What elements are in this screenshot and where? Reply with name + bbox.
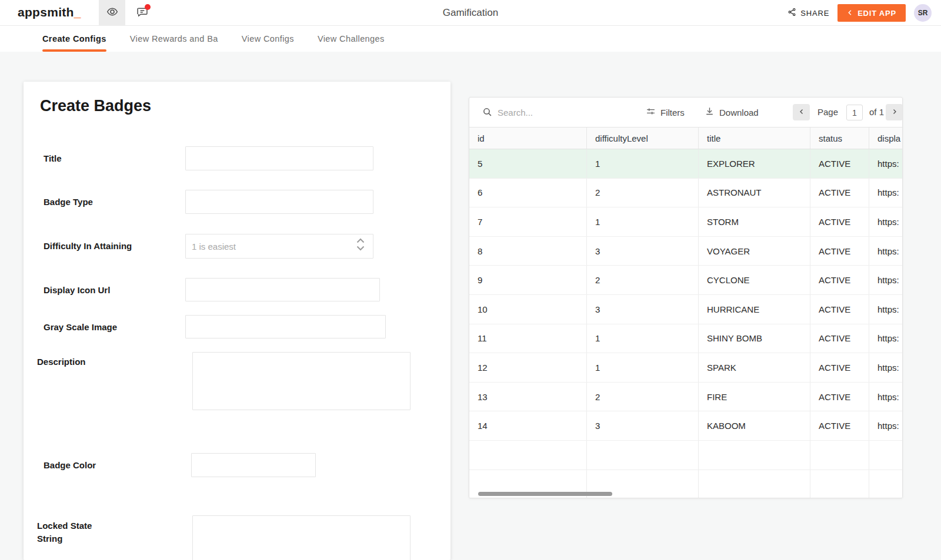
title-label: Title	[44, 146, 62, 170]
cell-display: https:	[869, 179, 903, 207]
page-total-label: of 1	[869, 98, 884, 127]
download-icon	[705, 106, 715, 118]
display-icon-url-label: Display Icon Url	[44, 278, 110, 302]
cell-difficultyLevel: 1	[587, 149, 699, 178]
search-input[interactable]	[498, 105, 609, 119]
table-row[interactable]: 12 1 SPARK ACTIVE https:	[469, 353, 903, 383]
difficulty-input[interactable]	[185, 234, 373, 259]
user-avatar[interactable]: SR	[914, 4, 932, 22]
locked-state-string-textarea[interactable]	[192, 515, 411, 560]
cell-status	[810, 441, 869, 470]
filters-button[interactable]: Filters	[646, 98, 685, 127]
create-badges-form: Create Badges Title Badge Type Difficult…	[24, 82, 451, 560]
cell-difficultyLevel	[587, 441, 699, 470]
badge-type-input[interactable]	[185, 190, 373, 214]
cell-difficultyLevel: 1	[587, 353, 699, 382]
cell-display: https:	[869, 411, 903, 440]
form-title: Create Badges	[40, 97, 151, 115]
cell-id: 9	[469, 266, 587, 294]
table-row[interactable]: 10 3 HURRICANE ACTIVE https:	[469, 295, 903, 324]
cell-status: ACTIVE	[810, 411, 869, 440]
cell-id: 5	[469, 149, 587, 178]
previous-page-button[interactable]	[793, 104, 810, 120]
cell-difficultyLevel: 3	[587, 237, 699, 266]
chevron-right-icon	[891, 108, 898, 117]
tab-view-rewards[interactable]: View Rewards and Ba	[130, 26, 218, 52]
cell-display: https:	[869, 383, 903, 411]
column-header-title[interactable]: title	[699, 128, 810, 149]
description-label: Description	[37, 357, 86, 367]
cell-display: https:	[869, 207, 903, 236]
share-button[interactable]: SHARE	[787, 8, 829, 18]
stepper-up-icon[interactable]	[356, 238, 365, 243]
table-body: 5 1 EXPLORER ACTIVE https: 6 2 ASTRONAUT…	[469, 149, 903, 498]
cell-display	[869, 441, 903, 470]
cell-title: CYCLONE	[699, 266, 810, 294]
edit-app-label: EDIT APP	[857, 9, 896, 18]
description-textarea[interactable]	[192, 352, 411, 410]
column-header-status[interactable]: status	[810, 128, 869, 149]
cell-difficultyLevel: 3	[587, 295, 699, 324]
cell-display: https:	[869, 353, 903, 382]
table-row[interactable]: 7 1 STORM ACTIVE https:	[469, 207, 903, 237]
cell-status: ACTIVE	[810, 266, 869, 294]
cell-title: STORM	[699, 207, 810, 236]
badges-table: Filters Download Page of 1 id difficulty	[469, 97, 903, 498]
column-header-difficultyLevel[interactable]: difficultyLevel	[587, 128, 699, 149]
column-header-display[interactable]: displa	[869, 128, 903, 149]
horizontal-scrollbar[interactable]	[478, 492, 612, 496]
page-number-input[interactable]	[846, 105, 863, 120]
badge-color-input[interactable]	[191, 453, 316, 477]
download-button[interactable]: Download	[705, 98, 759, 127]
stepper-down-icon[interactable]	[356, 246, 365, 251]
table-row[interactable]: 6 2 ASTRONAUT ACTIVE https:	[469, 179, 903, 208]
cell-display: https:	[869, 266, 903, 294]
tab-view-challenges[interactable]: View Challenges	[318, 26, 385, 52]
search-icon	[482, 107, 492, 119]
cell-title: HURRICANE	[699, 295, 810, 324]
column-header-id[interactable]: id	[469, 128, 587, 149]
tab-view-configs[interactable]: View Configs	[242, 26, 294, 52]
cell-id: 10	[469, 295, 587, 324]
cell-status: ACTIVE	[810, 179, 869, 207]
next-page-button[interactable]	[886, 104, 903, 120]
page-label: Page	[817, 98, 838, 127]
chevron-left-icon	[798, 108, 805, 117]
cell-title: EXPLORER	[699, 149, 810, 178]
cell-title: SPARK	[699, 353, 810, 382]
display-icon-url-input[interactable]	[185, 278, 380, 301]
filters-icon	[646, 106, 656, 118]
cell-display: https:	[869, 237, 903, 266]
page-tabs: Create Configs View Rewards and Ba View …	[0, 26, 941, 52]
cell-status: ACTIVE	[810, 353, 869, 382]
cell-id: 13	[469, 383, 587, 411]
table-row[interactable]: 11 1 SHINY BOMB ACTIVE https:	[469, 324, 903, 354]
cell-title	[699, 441, 810, 470]
cell-title: KABOOM	[699, 411, 810, 440]
table-row[interactable]: 14 3 KABOOM ACTIVE https:	[469, 411, 903, 441]
table-row[interactable]: 9 2 CYCLONE ACTIVE https:	[469, 266, 903, 295]
cell-difficultyLevel: 1	[587, 207, 699, 236]
badge-color-label: Badge Color	[44, 453, 96, 477]
cell-title: VOYAGER	[699, 237, 810, 266]
locked-state-string-label: Locked State String	[37, 519, 119, 545]
gray-scale-image-input[interactable]	[185, 315, 386, 338]
badge-type-label: Badge Type	[44, 190, 93, 214]
cell-title: ASTRONAUT	[699, 179, 810, 207]
table-row[interactable]: 5 1 EXPLORER ACTIVE https:	[469, 149, 903, 179]
cell-status: ACTIVE	[810, 237, 869, 266]
edit-app-button[interactable]: EDIT APP	[837, 4, 906, 22]
difficulty-label: Difficulty In Attaining	[44, 234, 132, 258]
cell-display: https:	[869, 324, 903, 353]
cell-title: FIRE	[699, 383, 810, 411]
table-row[interactable]: 13 2 FIRE ACTIVE https:	[469, 383, 903, 412]
title-input[interactable]	[185, 146, 373, 170]
table-row[interactable]: 8 3 VOYAGER ACTIVE https:	[469, 237, 903, 266]
tab-create-configs[interactable]: Create Configs	[42, 26, 106, 52]
download-label: Download	[719, 108, 759, 118]
cell-display: https:	[869, 295, 903, 324]
table-row[interactable]	[469, 441, 903, 470]
cell-status: ACTIVE	[810, 324, 869, 353]
cell-status: ACTIVE	[810, 207, 869, 236]
cell-difficultyLevel: 2	[587, 179, 699, 207]
